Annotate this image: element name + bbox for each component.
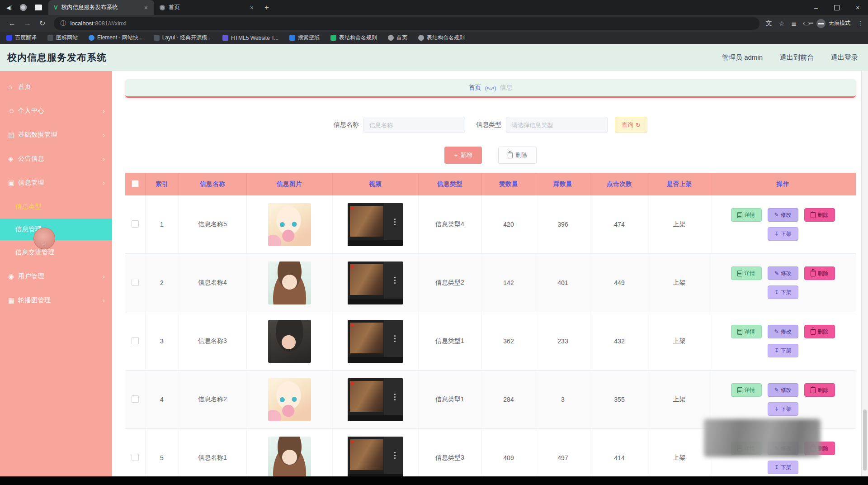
cell-type: 信息类型2 [418, 254, 481, 312]
address-input[interactable]: ⓘ localhost:8081/#/xinxi [54, 17, 759, 30]
refresh-icon: ↻ [636, 122, 641, 128]
sidebar-item[interactable]: 信息类型 [0, 195, 112, 219]
delete-button[interactable]: 删除 [804, 325, 835, 338]
sidebar: ⌂ 首页 ☺ 个人中心 › ▤ 基础数据管理 › ◈ 公告信息 › ▣ 信息管理… [0, 71, 112, 476]
detail-button[interactable]: 详情 [731, 208, 762, 222]
edit-button[interactable]: ✎修改 [768, 325, 798, 338]
video-thumbnail[interactable] [348, 320, 403, 363]
edit-button[interactable]: ✎修改 [768, 266, 798, 280]
bookmark-item[interactable]: 表结构命名规则 [418, 34, 465, 42]
column-header: 信息名称 [179, 173, 246, 195]
bookmark-item[interactable]: HTML5 Website T... [222, 35, 278, 41]
row-checkbox[interactable] [132, 395, 139, 403]
bookmark-star-icon[interactable]: ☆ [779, 20, 785, 27]
name-filter-input[interactable] [363, 117, 465, 133]
query-button[interactable]: 查询↻ [615, 117, 647, 133]
type-filter-input[interactable] [506, 117, 608, 133]
sidebar-item[interactable]: ⌂ 首页 [0, 75, 112, 99]
row-checkbox[interactable] [132, 279, 139, 286]
off-shelf-button[interactable]: ↧下架 [768, 461, 798, 474]
video-menu-icon[interactable] [394, 452, 396, 453]
translate-icon[interactable]: 文 [766, 19, 772, 28]
detail-button[interactable]: 详情 [731, 383, 762, 397]
new-tab-button[interactable]: + [264, 3, 269, 12]
edit-button[interactable]: ✎修改 [768, 383, 798, 397]
row-checkbox[interactable] [132, 454, 139, 461]
add-button[interactable]: +新增 [444, 147, 482, 164]
video-thumbnail[interactable] [348, 203, 403, 246]
cell-type: 信息类型4 [418, 195, 481, 254]
row-checkbox[interactable] [132, 220, 139, 228]
back-icon[interactable]: ← [9, 19, 16, 28]
bookmark-label: 搜索壁纸 [298, 34, 320, 42]
delete-button[interactable]: 删除 [804, 266, 835, 280]
off-shelf-button[interactable]: ↧下架 [768, 344, 798, 357]
video-menu-icon[interactable] [394, 277, 396, 278]
reading-list-icon[interactable]: ≣ [791, 20, 797, 27]
sidebar-item[interactable]: ◈ 公告信息 › [0, 147, 112, 171]
minimize-button[interactable]: – [806, 0, 826, 15]
scrollbar-thumb[interactable] [863, 409, 867, 471]
bookmark-item[interactable]: 首页 [388, 34, 407, 42]
blurred-watermark [704, 419, 821, 457]
cell-name: 信息名称5 [179, 195, 246, 254]
delete-button[interactable]: 删除 [804, 208, 835, 222]
sidebar-item[interactable]: ▤ 基础数据管理 › [0, 123, 112, 147]
video-thumbnail[interactable] [348, 262, 403, 304]
forward-icon[interactable]: → [24, 19, 31, 28]
breadcrumb-home-link[interactable]: 首页 [469, 84, 481, 92]
bookmark-item[interactable]: Layui - 经典开源模... [154, 34, 212, 42]
video-thumbnail[interactable] [348, 378, 403, 421]
cell-clicks: 414 [590, 429, 649, 477]
menu-dots-icon[interactable]: ⋮ [857, 20, 863, 27]
bookmark-item[interactable]: 搜索壁纸 [289, 34, 320, 42]
edit-button[interactable]: ✎修改 [768, 208, 798, 222]
select-all-checkbox[interactable] [132, 180, 139, 187]
page-scrollbar[interactable] [861, 71, 868, 476]
exit-to-front-link[interactable]: 退出到前台 [780, 53, 814, 62]
close-window-button[interactable]: × [847, 0, 868, 15]
tab-close-icon[interactable]: × [249, 4, 255, 11]
off-shelf-button[interactable]: ↧下架 [768, 285, 798, 299]
logout-link[interactable]: 退出登录 [831, 53, 858, 62]
refresh-icon[interactable]: ↻ [39, 19, 45, 28]
breadcrumb: 首页 (•ᴗ•) 信息 [125, 79, 856, 98]
site-info-icon[interactable]: ⓘ [60, 19, 66, 28]
bookmark-item[interactable]: 百度翻译 [6, 34, 37, 42]
sidebar-item-label: 公告信息 [18, 155, 44, 163]
video-menu-icon[interactable] [394, 219, 396, 220]
detail-button[interactable]: 详情 [731, 266, 762, 280]
tab-close-icon[interactable]: × [143, 4, 149, 11]
sidebar-item[interactable]: ◉ 用户管理 › [0, 264, 112, 288]
video-thumbnail[interactable] [348, 437, 403, 477]
breadcrumb-separator: (•ᴗ•) [485, 85, 496, 91]
down-arrow-icon: ↧ [774, 465, 779, 470]
off-shelf-button[interactable]: ↧下架 [768, 227, 798, 241]
row-checkbox[interactable] [132, 337, 139, 344]
off-shelf-button[interactable]: ↧下架 [768, 402, 798, 416]
browser-tab-active[interactable]: V 校内信息服务发布系统 × [48, 0, 154, 15]
bookmark-item[interactable]: Element - 网站快... [89, 34, 143, 42]
delete-button[interactable]: 删除 [804, 383, 835, 397]
batch-delete-button[interactable]: 删除 [498, 147, 537, 164]
detail-button[interactable]: 详情 [731, 325, 762, 338]
video-menu-icon[interactable] [394, 335, 396, 337]
bookmark-item[interactable]: 表结构命名规则 [330, 34, 377, 42]
down-arrow-icon: ↧ [774, 348, 779, 353]
trash-icon [811, 387, 816, 393]
restore-button[interactable] [826, 0, 847, 15]
sidebar-item[interactable]: ▣ 信息管理 › [0, 171, 112, 195]
bookmark-item[interactable]: 图标网站 [47, 34, 78, 42]
password-key-icon[interactable] [803, 22, 810, 25]
cell-index: 2 [145, 254, 179, 312]
video-menu-icon[interactable] [394, 394, 396, 395]
browser-urlbar: ← → ↻ ⓘ localhost:8081/#/xinxi 文 ☆ ≣ 无痕模… [0, 15, 868, 32]
cell-dislikes: 3 [536, 371, 590, 429]
sidebar-item[interactable]: 信息管理 [0, 219, 112, 240]
browser-tab[interactable]: 首页 × [154, 0, 260, 15]
sidebar-item[interactable]: ▦ 轮播图管理 › [0, 288, 112, 312]
table-toolbar: +新增 删除 [125, 147, 856, 164]
sidebar-item[interactable]: ☺ 个人中心 › [0, 99, 112, 123]
home-icon: ⌂ [8, 83, 18, 90]
sidebar-item[interactable]: 信息交流管理 [0, 240, 112, 264]
